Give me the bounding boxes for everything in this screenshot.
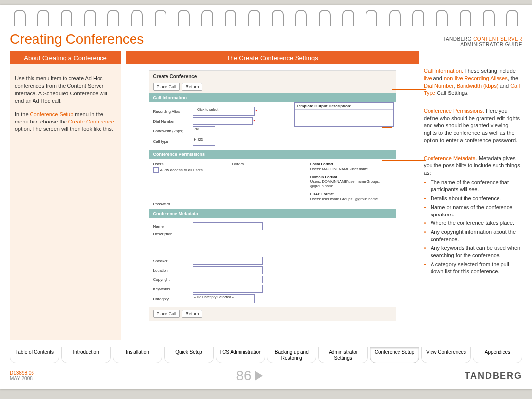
dial-number-input[interactable] (193, 117, 253, 125)
field-password: Password (153, 199, 227, 206)
perm-editors-col: Editors (232, 162, 305, 206)
template-output-box: Template Output Description: (294, 102, 394, 127)
recording-alias-select[interactable]: -- Click to select -- (193, 107, 255, 116)
section-conference-permissions: Conference Permissions (149, 150, 396, 159)
tab-installation[interactable]: Installation (113, 347, 162, 363)
callout-line (382, 127, 392, 128)
header: Creating Conferences TANDBERG CONTENT SE… (10, 31, 522, 47)
place-call-button-bottom[interactable]: Place Call (153, 310, 180, 318)
content-columns: About Creating a Conference Use this men… (10, 51, 522, 340)
left-column: About Creating a Conference Use this men… (10, 51, 121, 340)
return-button-bottom[interactable]: Return (182, 310, 202, 318)
guide-label: ADMINISTRATOR GUIDE (460, 42, 522, 47)
meta-name-input[interactable] (193, 222, 263, 230)
permissions-body: Users Allow access to all users Password (149, 159, 396, 209)
callout-line (392, 89, 392, 127)
bandwidth-select[interactable]: 768 (193, 126, 215, 135)
tab-backup-restore[interactable]: Backing up and Restoring (267, 347, 316, 363)
tab-tcs-admin[interactable]: TCS Administration (216, 347, 265, 363)
list-item: Any keywords that can be used when searc… (431, 245, 522, 259)
doc-number: D13898.06 (10, 370, 34, 376)
metadata-body: Name Description Speaker Location Copyri… (149, 218, 396, 307)
shot-title: Create Conference (149, 71, 396, 80)
section-conference-metadata: Conference Metadata (149, 209, 396, 218)
calltype-select[interactable]: H.323 (193, 137, 215, 146)
brand-logo: TANDBERG (465, 371, 522, 381)
annot-conference-metadata: Conference Metadata. Metadata gives you … (424, 155, 522, 276)
list-item: Where the conference takes place. (431, 219, 522, 227)
checkbox-icon (153, 167, 159, 173)
tab-admin-settings[interactable]: Administrator Settings (318, 347, 367, 363)
section-call-information: Call Information (149, 93, 396, 102)
field-calltype: Call type H.323 (153, 137, 392, 146)
meta-keywords-input[interactable] (193, 285, 263, 293)
tab-appendices[interactable]: Appendices (473, 347, 522, 363)
meta-desc-input[interactable] (193, 232, 292, 255)
center-body: Create Conference Place Call Return Call… (126, 64, 419, 327)
list-item: Any copyright information about the conf… (431, 228, 522, 243)
footer: D13898.06 MAY 2008 86 TANDBERG (10, 368, 522, 384)
perm-formats: Local Format Users: MACHINENAME\user.nam… (310, 162, 392, 206)
center-heading: The Create Conference Settings (126, 51, 419, 64)
tab-quick-setup[interactable]: Quick Setup (164, 347, 213, 363)
required-star-icon: * (254, 119, 256, 123)
list-item: Details about the conference. (431, 195, 522, 202)
page-number: 86 (236, 368, 263, 384)
perm-users-col: Users Allow access to all users Password (153, 162, 227, 206)
password-input[interactable] (171, 199, 211, 205)
doc-date: MAY 2008 (10, 376, 33, 381)
field-bandwidth: Bandwidth (kbps) 768 (153, 126, 392, 135)
required-star-icon: * (256, 109, 258, 114)
list-item: The name of the conference that particip… (431, 179, 522, 193)
center-column: The Create Conference Settings Create Co… (126, 51, 419, 340)
page-title: Creating Conferences (10, 31, 144, 47)
button-row-bottom: Place Call Return (149, 307, 396, 321)
tab-introduction[interactable]: Introduction (61, 347, 110, 363)
left-heading: About Creating a Conference (10, 51, 121, 64)
top-right: TANDBERG CONTENT SERVER ADMINISTRATOR GU… (443, 36, 522, 47)
right-body: Call Information. These setting include … (424, 64, 522, 275)
doc-info: D13898.06 MAY 2008 (10, 370, 34, 381)
meta-location-input[interactable] (193, 266, 263, 274)
list-item: Name or names of the conference speakers… (431, 204, 522, 218)
button-row-top: Place Call Return (149, 80, 396, 93)
brand-small: TANDBERG (443, 36, 472, 42)
list-item: A category selected from the pull down l… (431, 261, 522, 276)
users-list[interactable] (153, 175, 217, 195)
left-p1: Use this menu item to create Ad Hoc conf… (15, 75, 116, 105)
call-info-body: Recording Alias -- Click to select -- * … (149, 102, 396, 150)
next-arrow-icon[interactable] (255, 371, 263, 381)
nav-tabs: Table of Contents Introduction Installat… (10, 347, 522, 363)
right-column: . Call Information. These setting includ… (424, 51, 522, 340)
tab-toc[interactable]: Table of Contents (10, 347, 59, 363)
left-p2: In the Conference Setup menu in the menu… (15, 111, 116, 133)
callout-line (392, 160, 426, 161)
tab-conference-setup[interactable]: Conference Setup (370, 347, 419, 363)
screenshot: Create Conference Place Call Return Call… (149, 70, 396, 321)
meta-speaker-input[interactable] (193, 257, 263, 265)
tab-view-conferences[interactable]: View Conferences (421, 347, 470, 363)
meta-category-select[interactable]: -- No Category Selected -- (193, 294, 255, 303)
callout-line (392, 89, 426, 90)
meta-copyright-input[interactable] (193, 276, 263, 283)
callout-line (392, 216, 426, 216)
brand-accent: CONTENT SERVER (473, 36, 522, 42)
left-body: Use this menu item to create Ad Hoc conf… (10, 64, 121, 340)
annot-call-information: Call Information. These setting include … (424, 67, 522, 96)
place-call-button[interactable]: Place Call (153, 83, 180, 91)
annot-conference-permissions: Conference Permissions. Here you define … (424, 107, 522, 144)
metadata-list: The name of the conference that particip… (431, 179, 522, 275)
callout-line (382, 160, 392, 161)
spiral-binding (10, 10, 522, 30)
allow-access-checkbox[interactable]: Allow access to all users (153, 167, 227, 173)
page: Creating Conferences TANDBERG CONTENT SE… (0, 5, 532, 389)
editors-list[interactable] (232, 167, 296, 195)
callout-line (382, 216, 392, 216)
return-button[interactable]: Return (182, 83, 202, 91)
